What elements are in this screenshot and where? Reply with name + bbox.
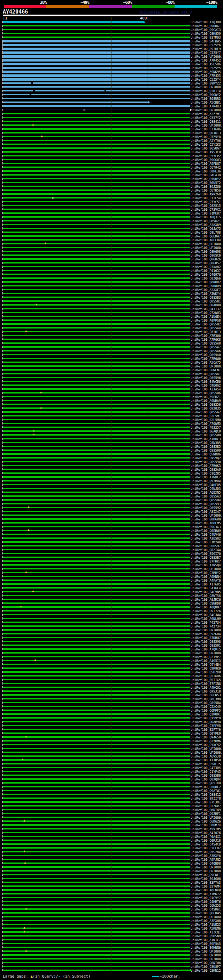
alignment-row[interactable]: UniRef100_A4HCQ1 <box>0 686 223 689</box>
hit-bar[interactable] <box>3 690 190 692</box>
hit-bar[interactable] <box>3 790 190 791</box>
alignment-row[interactable]: UniRef100_C5Z5Y4 <box>0 78 223 81</box>
hit-bar[interactable] <box>3 530 190 531</box>
hit-label[interactable]: UniRef100_UPI000.. <box>191 958 223 961</box>
hit-bar[interactable] <box>3 285 190 286</box>
alignment-row[interactable]: UniRef100_B9JGH8 <box>0 877 223 881</box>
alignment-row[interactable]: UniRef100_Q15VY9 <box>0 716 223 720</box>
hit-label[interactable]: UniRef100_A4I076 <box>191 831 221 835</box>
alignment-row[interactable]: UniRef100_C3KN12 <box>0 969 223 972</box>
alignment-row[interactable]: UniRef100_C9E0G2 <box>0 383 223 387</box>
alignment-row[interactable]: UniRef100_Q73VC1 <box>0 208 223 212</box>
alignment-row[interactable]: UniRef100_C6WEN1 <box>0 368 223 372</box>
hit-bar[interactable] <box>3 346 190 348</box>
alignment-row[interactable]: UniRef100_A7QWM5 <box>0 422 223 425</box>
hit-bar[interactable] <box>3 457 190 458</box>
hit-label[interactable]: UniRef100_UPI000.. <box>191 628 223 632</box>
hit-label[interactable]: UniRef100_O82515 <box>191 204 221 208</box>
hit-label[interactable]: UniRef100_B9RYZ2 <box>191 82 221 85</box>
alignment-row[interactable]: UniRef100_B9GGU3 <box>0 158 223 162</box>
hit-bar[interactable] <box>3 622 190 623</box>
hit-label[interactable]: UniRef100_A7WPL2 <box>191 476 221 479</box>
hit-label[interactable]: UniRef100_A9PDU7 <box>191 162 221 165</box>
hit-bar[interactable] <box>3 786 190 788</box>
alignment-row[interactable]: UniRef100_B4FAJ0 <box>0 173 223 177</box>
hit-label[interactable]: UniRef100_Q9CAI3 <box>191 28 221 32</box>
hit-bar[interactable] <box>3 897 190 898</box>
hit-label[interactable]: UniRef100_Q08350 <box>191 403 221 406</box>
hit-label[interactable]: UniRef100_Q15VY9 <box>191 716 221 720</box>
alignment-row[interactable]: UniRef100_A9PDU7 <box>0 162 223 165</box>
hit-label[interactable]: UniRef100_A9PJN2 <box>191 858 221 861</box>
hit-label[interactable]: UniRef100_Q8S411 <box>191 120 221 123</box>
hit-label[interactable]: UniRef100_B5HZX9 <box>191 671 221 674</box>
hit-bar[interactable] <box>3 549 190 550</box>
alignment-row[interactable]: UniRef100_A5KEM6 <box>0 926 223 930</box>
hit-bar[interactable] <box>3 293 190 294</box>
hit-label[interactable]: UniRef100_C5YC51 <box>191 200 221 204</box>
hit-bar[interactable] <box>3 866 190 868</box>
hit-label[interactable]: UniRef100_Q8S593 <box>191 502 221 506</box>
hit-bar[interactable] <box>3 526 190 527</box>
hit-bar[interactable] <box>3 920 190 921</box>
alignment-row[interactable]: UniRef100_C5Z5Y7 <box>0 51 223 54</box>
alignment-row[interactable]: UniRef100_Q6ERW7 <box>0 234 223 238</box>
hit-bar[interactable] <box>3 98 190 99</box>
alignment-row[interactable]: UniRef100_A3AXB9 <box>0 223 223 227</box>
hit-label[interactable]: UniRef100_UPI000.. <box>191 124 223 127</box>
hit-label[interactable]: UniRef100_B2L5M1 <box>191 414 221 418</box>
hit-bar[interactable] <box>3 296 190 298</box>
hit-label[interactable]: UniRef100_C5YIK3 <box>191 143 221 146</box>
alignment-row[interactable]: UniRef100_Q7XWU3 <box>0 311 223 315</box>
hit-label[interactable]: UniRef100_B4FJW4 <box>191 613 221 617</box>
alignment-row[interactable]: UniRef100_A4G5I3 <box>0 659 223 663</box>
hit-bar[interactable] <box>3 606 190 608</box>
hit-label[interactable]: UniRef100_Q8S5B6 <box>191 391 221 395</box>
hit-bar[interactable] <box>3 821 190 822</box>
hit-bar[interactable] <box>3 174 190 175</box>
hit-bar[interactable] <box>3 943 190 944</box>
hit-label[interactable]: UniRef100_UPI000.. <box>191 514 223 517</box>
hit-label[interactable]: UniRef100_Q8S5B4 <box>191 701 221 705</box>
alignment-row[interactable]: UniRef100_Q0RJ18 <box>0 838 223 842</box>
hit-label[interactable]: UniRef100_C8NKD8 <box>191 602 221 605</box>
alignment-row[interactable]: UniRef100_Q8S5B6 <box>0 391 223 395</box>
alignment-row[interactable]: UniRef100_A7MK72 <box>0 892 223 896</box>
hit-label[interactable]: UniRef100_B8L3M8 <box>191 697 221 701</box>
hit-label[interactable]: UniRef100_B9R8D9 <box>191 284 221 288</box>
hit-bar[interactable] <box>3 361 190 363</box>
hit-bar[interactable] <box>3 924 190 925</box>
alignment-row[interactable]: UniRef100_Q3K8P7 <box>0 965 223 969</box>
alignment-row[interactable]: UniRef100_Q82I44 <box>0 548 223 552</box>
hit-label[interactable]: UniRef100_A8LC04 <box>191 239 221 242</box>
hit-label[interactable]: UniRef100_UPI000.. <box>191 567 223 571</box>
alignment-row[interactable]: UniRef100_Q8S596 <box>0 376 223 380</box>
hit-bar[interactable] <box>3 495 190 497</box>
alignment-row[interactable]: UniRef100_C1M2W0 <box>0 540 223 544</box>
hit-bar[interactable] <box>3 63 190 65</box>
hit-bar[interactable] <box>3 805 190 807</box>
hit-label[interactable]: UniRef100_A4FAT0 <box>191 579 221 582</box>
hit-label[interactable]: UniRef100_Q9EWF1 <box>191 873 221 877</box>
alignment-row[interactable]: UniRef100_A7R453 <box>0 74 223 78</box>
hit-label[interactable]: UniRef100_Q8S591 <box>191 644 221 647</box>
hit-label[interactable]: UniRef100_A5C5R6 <box>191 62 221 66</box>
hit-bar[interactable] <box>3 381 190 382</box>
hit-bar[interactable] <box>3 840 190 841</box>
hit-bar[interactable] <box>3 388 190 390</box>
alignment-row[interactable]: UniRef100_Q94G59 <box>0 735 223 739</box>
alignment-row[interactable]: UniRef100_Q4HRT6 <box>0 900 223 904</box>
alignment-row[interactable]: UniRef100_A7R4R3 <box>0 104 223 108</box>
hit-label[interactable]: UniRef100_A7R0W0 <box>191 357 221 361</box>
alignment-row[interactable]: UniRef100_UPI000.. <box>0 123 223 127</box>
hit-bar[interactable] <box>3 732 190 734</box>
hit-bar[interactable] <box>3 782 190 784</box>
hit-label[interactable]: UniRef100_Q0J6T3 <box>191 131 221 135</box>
hit-label[interactable]: UniRef100_B9T7Z6 <box>191 609 221 613</box>
hit-label[interactable]: UniRef100_Q82I44 <box>191 548 221 552</box>
alignment-row[interactable]: UniRef100_A2Z7M1 <box>0 112 223 116</box>
hit-bar[interactable] <box>3 274 190 275</box>
alignment-row[interactable]: UniRef100_Q9ZRF1 <box>0 812 223 816</box>
hit-label[interactable]: UniRef100_A7R0K8 <box>191 338 221 341</box>
alignment-row[interactable]: UniRef100_Q8S5A0 <box>0 353 223 357</box>
